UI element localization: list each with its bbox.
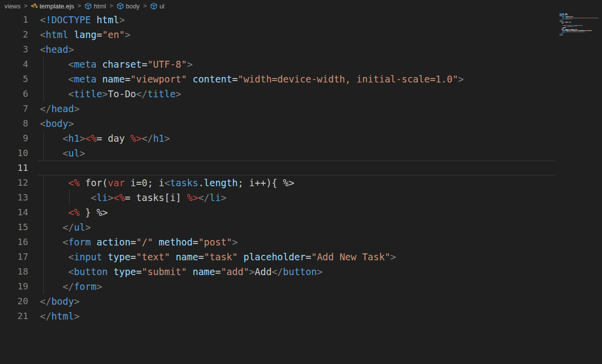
line-number[interactable]: 2 [0, 27, 28, 42]
vscode-editor-window: { "breadcrumbs": { "separator": ">", "it… [0, 0, 602, 364]
breadcrumb-item-body[interactable]: body [117, 2, 140, 10]
cube-symbol-icon [117, 2, 124, 10]
code-content: </body> [28, 294, 80, 309]
minimap-line-segment [569, 16, 573, 17]
line-number[interactable]: 19 [0, 279, 28, 294]
line-number[interactable]: 20 [0, 294, 28, 309]
line-number[interactable]: 4 [0, 57, 28, 72]
minimap-line-segment [567, 14, 568, 15]
line-number[interactable]: 17 [0, 249, 28, 264]
breadcrumb-label: body [126, 2, 140, 10]
code-line-7[interactable]: 7</head> [0, 101, 602, 116]
code-line-20[interactable]: 20</body> [0, 294, 602, 309]
code-line-13[interactable]: 13 <li><%= tasks[i] %></li> [0, 190, 602, 205]
code-line-3[interactable]: 3<head> [0, 42, 602, 57]
breadcrumb-item-ul[interactable]: ul [150, 2, 164, 10]
breadcrumb-separator: > [143, 2, 147, 9]
line-number[interactable]: 18 [0, 264, 28, 279]
line-number[interactable]: 1 [0, 12, 28, 27]
code-content: <body> [28, 116, 74, 131]
code-line-16[interactable]: 16 <form action="/" method="post"> [0, 235, 602, 249]
minimap-line-segment [571, 22, 571, 23]
minimap-line-segment [562, 33, 564, 34]
breadcrumb-item-html[interactable]: html [84, 2, 106, 10]
code-line-21[interactable]: 21</html> [0, 309, 602, 324]
code-content: <ul> [28, 146, 85, 161]
minimap-line-segment [573, 16, 573, 17]
minimap-line-segment [562, 35, 563, 36]
line-number[interactable]: 5 [0, 72, 28, 86]
code-content: <% for(var i=0; i<tasks.length; i++){ %> [28, 175, 294, 190]
code-line-8[interactable]: 8<body> [0, 116, 602, 131]
code-line-9[interactable]: 9 <h1><%= day %></h1> [0, 131, 602, 146]
line-number[interactable]: 13 [0, 190, 28, 205]
code-line-17[interactable]: 17 <input type="text" name="task" placeh… [0, 249, 602, 264]
line-number[interactable]: 11 [0, 161, 28, 175]
code-content [28, 161, 40, 175]
minimap-line-segment [568, 30, 571, 31]
code-content: <% } %> [28, 205, 108, 220]
code-content: <meta charset="UTF-8"> [28, 57, 193, 72]
code-line-11[interactable]: 11 [0, 161, 602, 175]
minimap-line-segment [584, 30, 592, 31]
minimap-line-segment [573, 32, 575, 33]
line-number[interactable]: 14 [0, 205, 28, 220]
line-number[interactable]: 6 [0, 86, 28, 101]
line-number[interactable]: 7 [0, 101, 28, 116]
minimap-line-segment [562, 18, 564, 19]
ejs-file-icon: <% [31, 2, 37, 9]
code-line-1[interactable]: 1<!DOCTYPE html> [0, 12, 602, 27]
breadcrumb-label: html [94, 2, 106, 10]
minimap-line-segment [569, 32, 573, 33]
breadcrumb-item-views[interactable]: views [4, 2, 21, 10]
code-line-5[interactable]: 5 <meta name="viewport" content="width=d… [0, 72, 602, 86]
minimap-line-segment [563, 25, 565, 26]
code-line-14[interactable]: 14 <% } %> [0, 205, 602, 220]
code-content: <button type="submit" name="add">Add</bu… [28, 264, 322, 279]
minimap-line-segment [578, 18, 598, 19]
breadcrumb-label: ul [160, 2, 164, 10]
minimap-line-segment [567, 26, 573, 27]
code-content: </head> [28, 101, 80, 116]
line-number[interactable]: 3 [0, 42, 28, 57]
code-line-6[interactable]: 6 <title>To-Do</title> [0, 86, 602, 101]
line-number[interactable]: 16 [0, 235, 28, 249]
breadcrumb-label: template.ejs [40, 2, 74, 10]
line-number[interactable]: 9 [0, 131, 28, 146]
minimap-line-segment [572, 19, 572, 20]
code-content: <html lang="en"> [28, 27, 130, 42]
breadcrumb-item-template-ejs[interactable]: <%template.ejs [31, 2, 75, 10]
code-line-12[interactable]: 12 <% for(var i=0; i<tasks.length; i++){… [0, 175, 602, 190]
code-content: <input type="text" name="task" placehold… [28, 249, 396, 264]
code-line-4[interactable]: 4 <meta charset="UTF-8"> [0, 57, 602, 72]
code-line-18[interactable]: 18 <button type="submit" name="add">Add<… [0, 264, 602, 279]
breadcrumb-separator: > [78, 2, 81, 9]
minimap-line-segment [562, 20, 563, 21]
code-content: <h1><%= day %></h1> [28, 131, 170, 146]
line-number[interactable]: 10 [0, 146, 28, 161]
code-line-10[interactable]: 10 <ul> [0, 146, 602, 161]
minimap-line-segment [568, 18, 573, 19]
minimap-line-segment [565, 22, 568, 23]
code-line-2[interactable]: 2<html lang="en"> [0, 27, 602, 42]
code-content: <!DOCTYPE html> [28, 12, 125, 27]
breadcrumb-label: views [4, 2, 21, 10]
minimap-line-segment [563, 23, 563, 24]
minimap-line-segment [562, 32, 565, 33]
line-number[interactable]: 12 [0, 175, 28, 190]
code-content: <title>To-Do</title> [28, 86, 181, 101]
line-number[interactable]: 21 [0, 309, 28, 324]
code-editor[interactable]: 1<!DOCTYPE html>2<html lang="en">3<head>… [0, 12, 602, 324]
code-line-19[interactable]: 19 </form> [0, 279, 602, 294]
code-line-15[interactable]: 15 </ul> [0, 220, 602, 235]
minimap[interactable] [560, 13, 600, 38]
minimap-line-segment [565, 33, 565, 34]
code-content: <head> [28, 42, 74, 57]
minimap-line-segment [562, 16, 564, 17]
line-number[interactable]: 15 [0, 220, 28, 235]
code-content: </ul> [28, 220, 91, 235]
line-number[interactable]: 8 [0, 116, 28, 131]
minimap-line-segment [576, 26, 577, 27]
code-content: </form> [28, 279, 102, 294]
minimap-line-segment [598, 18, 599, 19]
